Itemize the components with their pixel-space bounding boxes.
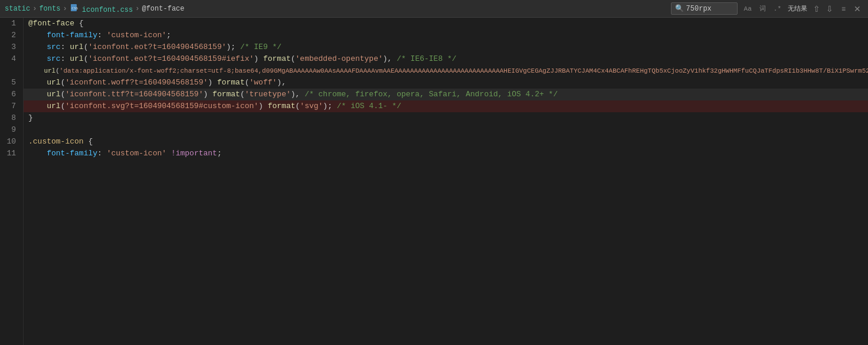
token-fmtp-4: ( [291,53,296,65]
token-cparen-3: ); [227,41,240,53]
token-indent-3 [28,41,47,53]
line-num-8: 8 [5,112,16,124]
token-colon-2: : [97,30,107,41]
token-str-7: 'iconfont.svg?t=1604904568159#custom-ico… [65,100,258,112]
token-cfmtp-5: ), [277,77,286,89]
token-str-11: 'custom-icon' [107,148,166,160]
token-url-fn-4b: url [44,65,55,77]
token-str-5: 'iconfont.woff?t=1604904568159' [65,77,208,89]
token-semi-2: ; [166,30,171,41]
token-src-3: src [47,41,60,53]
token-comment-3: /* IE9 */ [240,41,281,53]
code-line-1: @font-face { [24,18,868,30]
breadcrumb-part-static[interactable]: static [5,5,30,13]
search-container: 🔍 [671,2,738,15]
svg-text:CSS: CSS [71,6,78,10]
code-line-4: src : url ( 'iconfont.eot?t=160490456815… [24,53,868,65]
top-bar: static › fonts › CSS iconfont.css › @fon… [0,0,868,18]
token-fmt-fn-7: format [268,100,296,112]
token-indent-7 [28,100,47,112]
token-cfmtp-4: ), [383,53,397,65]
token-indent-2 [28,30,47,41]
search-word-button[interactable]: 词 [756,3,769,14]
token-indent-6 [28,89,47,100]
search-result-info: 无结果 [788,4,807,13]
code-line-6: url ( 'iconfont.ttf?t=1604904568159' ) f… [24,89,868,100]
token-colon-3: : [61,41,70,53]
token-paren-4: ( [84,53,89,65]
breadcrumb: static › fonts › CSS iconfont.css › @fon… [5,4,184,14]
code-content[interactable]: @font-face { font-family : 'custom-icon'… [24,18,868,345]
token-indent-4b [28,65,44,77]
code-line-3: src : url ( 'iconfont.eot?t=160490456815… [24,41,868,53]
search-next-button[interactable]: ⇩ [824,4,836,14]
token-punc-1: { [74,18,84,30]
search-input[interactable] [686,5,733,13]
token-fmt-fn-4: format [263,53,291,65]
line-num-2: 2 [5,30,16,41]
token-cparen-7: ) [258,100,268,112]
token-paren-7: ( [61,100,65,112]
search-settings-button[interactable]: ≡ [839,5,848,13]
breadcrumb-part-fonts[interactable]: fonts [39,5,60,13]
token-str-2: 'custom-icon' [107,30,166,41]
token-comment-4: /* IE6-IE8 */ [397,53,456,65]
token-url-fn-5: url [47,77,60,89]
token-str-4b: 'data:application/x-font-woff2;charset=u… [60,65,868,77]
token-comment-7: /* iOS 4.1- */ [337,100,401,112]
line-num-5: 5 [5,77,16,89]
breadcrumb-sep-2: › [63,5,67,13]
search-regex-button[interactable]: .* [771,4,784,14]
breadcrumb-sep-1: › [32,5,37,13]
token-prop-11: font-family [47,148,97,160]
token-fmt-str-7: 'svg' [300,100,323,112]
token-cfmtp-6: ), [291,89,304,100]
code-line-9 [24,124,868,136]
breadcrumb-part-file[interactable]: CSS iconfont.css [70,4,133,14]
token-str-4: 'iconfont.eot?t=1604904568159#iefix' [88,53,254,65]
line-numbers: 1 2 3 4 5 6 7 8 9 10 11 [0,18,24,345]
token-fmtp-7: ( [296,100,300,112]
token-indent-11 [28,148,47,160]
line-num-1: 1 [5,18,16,30]
token-src-4: src [47,53,60,65]
token-url-fn-6: url [47,89,60,100]
token-fmt-str-4: 'embedded-opentype' [296,53,383,65]
search-nav-buttons: ⇧ ⇩ [811,4,836,14]
token-class-10: .custom-icon [28,136,84,148]
token-cparen-6: ) [203,89,212,100]
line-num-10: 10 [5,136,16,148]
token-at-rule-1: @font-face [28,18,74,30]
token-comment-6: /* chrome, firefox, opera, Safari, Andro… [304,89,558,100]
token-fmt-fn-6: format [212,89,240,100]
code-lines: @font-face { font-family : 'custom-icon'… [24,18,868,160]
search-aa-button[interactable]: Aa [741,4,755,14]
line-num-6: 6 [5,89,16,100]
token-fmtp-6: ( [240,89,245,100]
code-line-4b: url ( 'data:application/x-font-woff2;cha… [24,65,868,77]
token-fmt-str-5: 'woff' [250,77,277,89]
search-close-button[interactable]: ✕ [851,4,863,14]
token-indent-4 [28,53,47,65]
code-line-7: url ( 'iconfont.svg?t=1604904568159#cust… [24,100,868,112]
code-line-10: .custom-icon { [24,136,868,148]
token-paren-6: ( [61,89,65,100]
search-prev-button[interactable]: ⇧ [811,4,823,14]
token-cparen-5: ) [208,77,217,89]
line-num-3: 3 [5,41,16,53]
token-important-11: !important [171,148,217,160]
line-num-4: 4 [5,53,16,65]
token-url-fn-4: url [70,53,83,65]
token-indent-5 [28,77,47,89]
file-icon-css: CSS [70,4,78,12]
code-line-5: url ( 'iconfont.woff?t=1604904568159' ) … [24,77,868,89]
token-fmt-str-6: 'truetype' [245,89,291,100]
token-colon-4: : [61,53,70,65]
search-bar: 🔍 Aa 词 .* 无结果 ⇧ ⇩ ≡ ✕ [671,2,863,15]
search-options: Aa 词 .* [741,3,784,14]
token-colon-11: : [97,148,107,160]
token-str-3: 'iconfont.eot?t=1604904568159' [88,41,226,53]
token-url-fn-7: url [47,100,60,112]
token-fmt-fn-5: format [217,77,245,89]
token-semi-11: ; [217,148,222,160]
